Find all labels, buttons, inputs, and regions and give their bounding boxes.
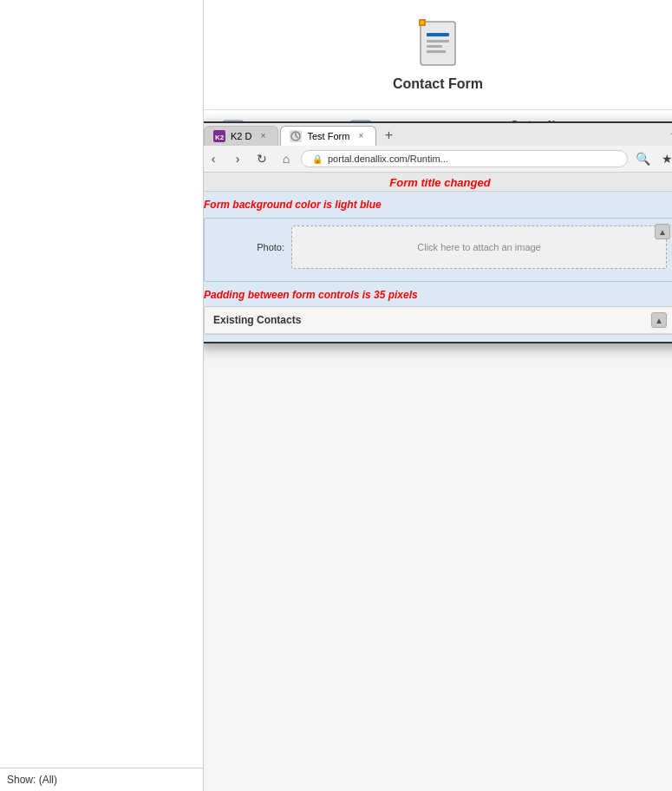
k2d-tab-icon: K2 [213,130,225,142]
svg-rect-0 [421,22,455,65]
sidebar: Show: (All) [0,0,204,791]
contacts-scroll-button[interactable]: ▲ [651,312,667,328]
form-scroll-area: ▲ Photo: Click here to attach an image [204,218,672,282]
title-annotation: Form title changed [204,173,672,191]
browser-body: Form background color is light blue ▲ Ph… [204,192,672,342]
form-title: Contact Form [393,76,483,92]
forward-button[interactable]: › [228,149,247,168]
form-icon [412,17,464,69]
browser-window: K2 K2 D × Test Form × [204,121,672,343]
browser-titlebar: K2 K2 D × Test Form × [204,123,672,192]
main-content: Contact Form Edit Design this Form. S [204,0,672,791]
svg-rect-6 [421,21,424,24]
bg-annotation: Form background color is light blue [204,199,672,211]
k2d-tab-label: K2 D [231,131,251,141]
photo-upload-area[interactable]: Click here to attach an image [291,226,667,269]
bookmark-button[interactable]: ★ [657,149,672,168]
tab-test-form[interactable]: Test Form × [280,126,376,146]
back-button[interactable]: ‹ [204,149,223,168]
existing-contacts-title: Existing Contacts [213,314,301,326]
svg-rect-4 [427,50,446,53]
address-bar[interactable]: 🔒 portal.denallix.com/Runtim... [301,150,628,167]
new-tab-button[interactable]: + [378,125,399,146]
address-text: portal.denallix.com/Runtim... [328,154,448,164]
lock-icon: 🔒 [312,154,323,164]
home-button[interactable]: ⌂ [277,149,296,168]
existing-contacts-section: Existing Contacts ▲ [204,306,672,335]
padding-annotation: Padding between form controls is 35 pixe… [204,289,672,301]
photo-placeholder: Click here to attach an image [417,242,540,252]
test-form-tab-icon [290,130,302,142]
photo-label: Photo: [213,242,291,252]
photo-field-row: Photo: Click here to attach an image [213,226,667,269]
form-header: Contact Form [204,0,672,110]
browser-tabs: K2 K2 D × Test Form × [204,125,670,146]
svg-text:K2: K2 [215,134,225,141]
sidebar-footer: Show: (All) [0,768,203,791]
svg-rect-1 [427,33,449,36]
contacts-section-header: Existing Contacts ▲ [205,307,672,334]
test-form-tab-label: Test Form [307,131,349,141]
k2d-tab-close[interactable]: × [257,130,269,142]
show-filter-label: Show: (All) [7,774,57,786]
svg-rect-3 [427,45,442,48]
search-button[interactable]: 🔍 [633,149,652,168]
svg-rect-2 [427,40,449,42]
refresh-button[interactable]: ↻ [252,149,271,168]
scroll-up-button[interactable]: ▲ [655,224,670,239]
browser-controls: ‹ › ↻ ⌂ 🔒 portal.denallix.com/Runtim... … [204,146,672,173]
test-form-tab-close[interactable]: × [355,130,367,142]
tab-k2d[interactable]: K2 K2 D × [204,126,278,146]
